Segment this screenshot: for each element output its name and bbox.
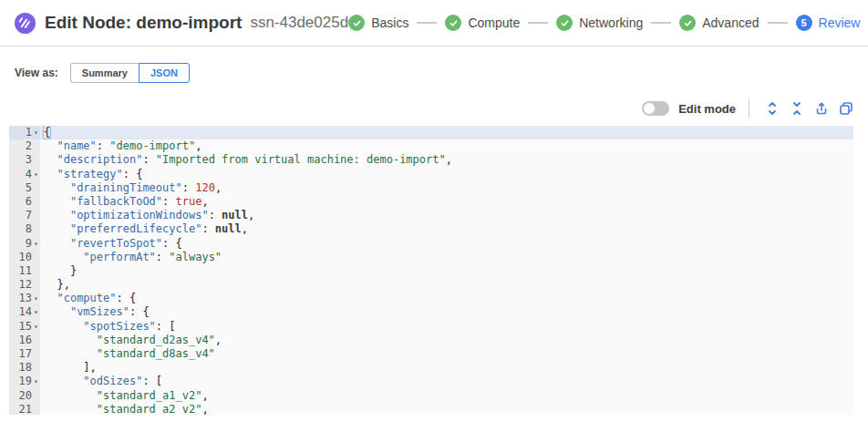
expand-all-icon[interactable] bbox=[765, 101, 780, 116]
page-title: Edit Node: demo-import bbox=[45, 13, 242, 33]
code-line[interactable]: 10 "performAt": "always" bbox=[9, 251, 853, 264]
line-number: 21 bbox=[9, 403, 32, 415]
step-basics[interactable]: Basics bbox=[348, 15, 408, 31]
copy-icon[interactable] bbox=[839, 101, 853, 116]
code-text: "drainingTimeout": 120, bbox=[40, 181, 853, 195]
gutter-cell: 11 bbox=[9, 264, 40, 278]
code-line[interactable]: 20 "standard_a1_v2", bbox=[9, 389, 853, 403]
code-text: "standard_a2_v2", bbox=[40, 403, 853, 415]
fold-spacer bbox=[32, 209, 40, 222]
code-text: "standard_a1_v2", bbox=[40, 389, 853, 403]
code-line[interactable]: 6 "fallbackToOd": true, bbox=[9, 195, 853, 209]
code-line[interactable]: 12 }, bbox=[9, 278, 853, 292]
line-number: 14 bbox=[9, 305, 32, 319]
edit-mode-label: Edit mode bbox=[678, 102, 736, 116]
line-number: 12 bbox=[9, 278, 32, 292]
code-line[interactable]: 4▾ "strategy": { bbox=[9, 168, 853, 181]
fold-toggle-icon[interactable]: ▾ bbox=[32, 168, 40, 181]
fold-spacer bbox=[32, 251, 40, 264]
code-text: "performAt": "always" bbox=[40, 251, 853, 264]
code-line[interactable]: 14▾ "vmSizes": { bbox=[9, 305, 853, 319]
spot-logo-icon bbox=[15, 13, 36, 34]
step-review[interactable]: 5Review bbox=[796, 15, 861, 31]
code-line[interactable]: 2 "name": "demo-import", bbox=[9, 139, 853, 153]
export-icon[interactable] bbox=[814, 101, 829, 116]
code-line[interactable]: 13▾ "compute": { bbox=[9, 292, 853, 305]
edit-mode-toggle[interactable] bbox=[642, 101, 669, 116]
step-advanced[interactable]: Advanced bbox=[679, 15, 759, 31]
line-number: 7 bbox=[9, 209, 32, 222]
view-as-json-button[interactable]: JSON bbox=[139, 63, 190, 83]
fold-toggle-icon[interactable]: ▾ bbox=[32, 375, 40, 388]
code-line[interactable]: 11 } bbox=[9, 264, 853, 278]
gutter-cell: 18 bbox=[9, 361, 40, 375]
line-number: 13 bbox=[9, 292, 32, 305]
toolbar-divider bbox=[749, 99, 749, 118]
code-text: "strategy": { bbox=[40, 168, 853, 181]
gutter-cell: 9▾ bbox=[9, 237, 40, 251]
line-number: 8 bbox=[9, 222, 32, 236]
check-icon bbox=[556, 15, 573, 31]
code-line[interactable]: 17 "standard_d8as_v4" bbox=[9, 347, 853, 361]
code-text: ], bbox=[40, 361, 853, 375]
step-connector bbox=[651, 22, 671, 24]
code-line[interactable]: 21 "standard_a2_v2", bbox=[9, 403, 853, 415]
gutter-cell: 2 bbox=[9, 139, 40, 153]
view-as-label: View as: bbox=[15, 67, 58, 79]
current-step-number: 5 bbox=[796, 15, 812, 31]
step-label: Review bbox=[819, 15, 861, 30]
node-id: ssn-43de025d bbox=[250, 14, 348, 32]
view-as-summary-button[interactable]: Summary bbox=[70, 63, 139, 83]
code-line[interactable]: 9▾ "revertToSpot": { bbox=[9, 237, 853, 251]
json-editor[interactable]: 1▾{2 "name": "demo-import",3 "descriptio… bbox=[9, 126, 853, 415]
code-line[interactable]: 3 "description": "Imported from virtual … bbox=[9, 153, 853, 167]
step-compute[interactable]: Compute bbox=[445, 15, 520, 31]
gutter-cell: 4▾ bbox=[9, 168, 40, 181]
stepper: BasicsComputeNetworkingAdvanced5Review bbox=[348, 15, 860, 31]
gutter-cell: 5 bbox=[9, 181, 40, 195]
gutter-cell: 15▾ bbox=[9, 320, 40, 334]
code-line[interactable]: 18 ], bbox=[9, 361, 853, 375]
line-number: 5 bbox=[9, 181, 32, 195]
code-line[interactable]: 16 "standard_d2as_v4", bbox=[9, 334, 853, 347]
gutter-cell: 20 bbox=[9, 389, 40, 403]
code-line[interactable]: 5 "drainingTimeout": 120, bbox=[9, 181, 853, 195]
fold-spacer bbox=[32, 264, 40, 278]
fold-toggle-icon[interactable]: ▾ bbox=[32, 305, 40, 319]
code-line[interactable]: 1▾{ bbox=[9, 126, 853, 139]
code-text: "vmSizes": { bbox=[40, 305, 853, 319]
fold-spacer bbox=[32, 153, 40, 167]
text-cursor bbox=[50, 127, 51, 138]
step-label: Basics bbox=[371, 15, 408, 30]
code-text: "preferredLifecycle": null, bbox=[40, 222, 853, 236]
fold-toggle-icon[interactable]: ▾ bbox=[32, 237, 40, 251]
gutter-cell: 3 bbox=[9, 153, 40, 167]
code-line[interactable]: 7 "optimizationWindows": null, bbox=[9, 209, 853, 222]
fold-spacer bbox=[32, 181, 40, 195]
gutter-cell: 8 bbox=[9, 222, 40, 236]
code-text: }, bbox=[40, 278, 853, 292]
code-text: "compute": { bbox=[40, 292, 853, 305]
collapse-all-icon[interactable] bbox=[790, 101, 804, 116]
json-editor-content: 1▾{2 "name": "demo-import",3 "descriptio… bbox=[9, 126, 853, 415]
code-text: "standard_d8as_v4" bbox=[40, 347, 853, 361]
code-text: { bbox=[40, 126, 853, 139]
check-icon bbox=[348, 15, 365, 31]
page-header: Edit Node: demo-import ssn-43de025d Basi… bbox=[0, 0, 868, 46]
fold-spacer bbox=[32, 334, 40, 347]
line-number: 3 bbox=[9, 153, 32, 167]
line-number: 20 bbox=[9, 389, 32, 403]
code-line[interactable]: 8 "preferredLifecycle": null, bbox=[9, 222, 853, 236]
gutter-cell: 13▾ bbox=[9, 292, 40, 305]
code-text: "description": "Imported from virtual ma… bbox=[40, 153, 853, 167]
gutter-cell: 12 bbox=[9, 278, 40, 292]
line-number: 2 bbox=[9, 139, 32, 153]
fold-toggle-icon[interactable]: ▾ bbox=[32, 292, 40, 305]
fold-toggle-icon[interactable]: ▾ bbox=[32, 126, 40, 139]
fold-toggle-icon[interactable]: ▾ bbox=[32, 320, 40, 334]
fold-spacer bbox=[32, 139, 40, 153]
code-line[interactable]: 19▾ "odSizes": [ bbox=[9, 375, 853, 388]
step-networking[interactable]: Networking bbox=[556, 15, 643, 31]
code-line[interactable]: 15▾ "spotSizes": [ bbox=[9, 320, 853, 334]
view-as-row: View as: SummaryJSON bbox=[15, 63, 190, 83]
